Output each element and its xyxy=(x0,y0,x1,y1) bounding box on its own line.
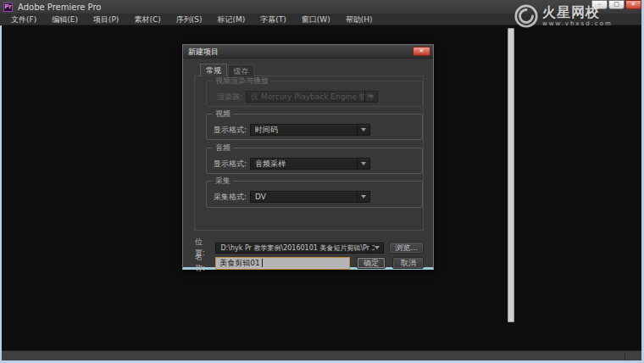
window-border-left xyxy=(0,25,2,363)
menu-project[interactable]: 项目(P) xyxy=(86,14,126,25)
group-audio: 音频 显示格式: 音频采样 xyxy=(206,148,423,174)
renderer-dropdown-button xyxy=(364,92,377,102)
dialog-title: 新建项目 xyxy=(188,47,219,56)
dialog-close-icon: ✕ xyxy=(419,48,425,54)
audio-dropdown-button[interactable] xyxy=(357,159,369,169)
video-display-format-value: 时间码 xyxy=(255,125,278,136)
maximize-icon: ▢ xyxy=(613,2,619,8)
menu-title[interactable]: 字幕(T) xyxy=(253,14,294,25)
video-display-format-dropdown[interactable]: 时间码 xyxy=(250,124,370,136)
group-video: 视频 显示格式: 时间码 xyxy=(206,114,423,140)
dialog-titlebar[interactable]: 新建项目 ✕ xyxy=(183,45,433,59)
chevron-down-icon xyxy=(361,162,366,165)
audio-display-format-value: 音频采样 xyxy=(255,159,286,170)
location-dropdown-button[interactable] xyxy=(370,243,383,253)
menu-bar: 文件(F) 编辑(E) 项目(P) 素材(C) 序列(S) 标记(M) 字幕(T… xyxy=(0,14,644,25)
minimize-icon: – xyxy=(598,2,602,8)
group-video-legend: 视频 xyxy=(213,109,233,119)
menu-window[interactable]: 窗口(W) xyxy=(294,14,338,25)
capture-format-label: 采集格式: xyxy=(214,192,247,203)
audio-display-format-dropdown[interactable]: 音频采样 xyxy=(250,158,370,170)
tab-general[interactable]: 常规 xyxy=(200,64,227,76)
ok-button[interactable]: 确定 xyxy=(357,257,386,269)
window-titlebar: Pr Adobe Premiere Pro – ▢ ✕ xyxy=(0,0,644,14)
close-icon: ✕ xyxy=(631,2,636,8)
location-value: D:\hyk Pr 教学案例\20160101 美食短片剪辑\Pr 工程文件 xyxy=(220,243,375,253)
chevron-down-icon xyxy=(361,195,366,198)
menu-sequence[interactable]: 序列(S) xyxy=(169,14,210,25)
window-controls: – ▢ ✕ xyxy=(591,0,641,9)
menu-help[interactable]: 帮助(H) xyxy=(338,14,380,25)
premiere-app-icon: Pr xyxy=(3,3,13,12)
app-window: Pr Adobe Premiere Pro – ▢ ✕ 文件(F) 编辑(E) … xyxy=(0,0,644,363)
menu-file[interactable]: 文件(F) xyxy=(3,14,44,25)
tab-scratch-disks[interactable]: 缓存 xyxy=(228,64,254,76)
status-bar-divider xyxy=(625,352,625,360)
chevron-down-icon xyxy=(361,128,366,131)
group-capture-legend: 采集 xyxy=(213,176,233,186)
new-project-dialog: 新建项目 ✕ 常规 缓存 视频渲染与播放 渲染器: 仅 Mercury Play… xyxy=(182,44,434,270)
cancel-button[interactable]: 取消 xyxy=(392,257,424,269)
capture-format-value: DV xyxy=(255,193,266,201)
capture-dropdown-button[interactable] xyxy=(357,192,369,202)
menu-marker[interactable]: 标记(M) xyxy=(209,14,253,25)
close-button[interactable]: ✕ xyxy=(625,0,641,9)
group-audio-legend: 音频 xyxy=(213,143,233,153)
chevron-down-icon xyxy=(369,95,374,98)
project-name-input[interactable]: 美食剪辑01 xyxy=(215,257,349,270)
group-video-rendering: 视频渲染与播放 渲染器: 仅 Mercury Playback Engine 软… xyxy=(206,81,423,107)
text-cursor xyxy=(262,259,263,267)
vertical-scrollbar-thumb[interactable] xyxy=(508,28,514,322)
audio-display-format-label: 显示格式: xyxy=(214,159,247,170)
window-title: Adobe Premiere Pro xyxy=(18,3,101,12)
dialog-close-button[interactable]: ✕ xyxy=(413,47,430,56)
maximize-button[interactable]: ▢ xyxy=(608,0,625,9)
name-label: 名称: xyxy=(195,252,212,274)
minimize-button[interactable]: – xyxy=(591,0,608,9)
group-video-rendering-legend: 视频渲染与播放 xyxy=(213,76,271,86)
capture-format-dropdown[interactable]: DV xyxy=(250,191,370,203)
name-row: 名称: 美食剪辑01 确定 取消 xyxy=(195,252,424,274)
chevron-down-icon xyxy=(375,246,380,249)
group-capture: 采集 采集格式: DV xyxy=(206,181,423,208)
renderer-value: 仅 Mercury Playback Engine 软件 xyxy=(251,92,375,103)
video-dropdown-button[interactable] xyxy=(357,125,369,135)
renderer-dropdown: 仅 Mercury Playback Engine 软件 xyxy=(246,91,378,103)
menu-clip[interactable]: 素材(C) xyxy=(126,14,168,25)
video-display-format-label: 显示格式: xyxy=(214,125,247,136)
menu-edit[interactable]: 编辑(E) xyxy=(44,14,86,25)
project-name-value: 美食剪辑01 xyxy=(219,258,259,269)
renderer-label: 渲染器: xyxy=(217,92,242,103)
status-bar xyxy=(0,350,644,360)
